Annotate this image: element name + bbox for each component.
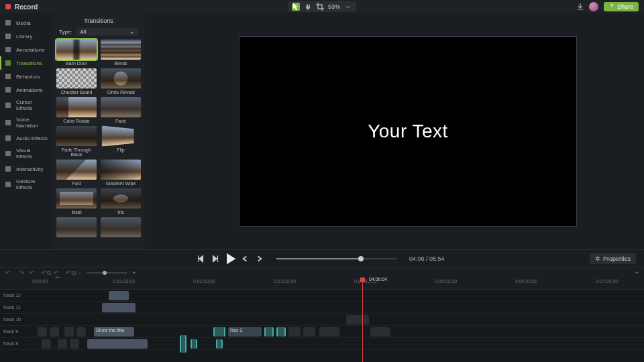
- clip[interactable]: [288, 327, 301, 337]
- transition-cube-rotate[interactable]: Cube Rotate: [56, 97, 97, 123]
- clip[interactable]: [180, 335, 186, 353]
- transition-circle-reveal[interactable]: Circle Reveal: [101, 68, 141, 95]
- next-marker-button[interactable]: [255, 254, 264, 263]
- share-button-label: Share: [617, 3, 633, 10]
- transition-checker-board[interactable]: Checker Board: [56, 68, 97, 95]
- track-10[interactable]: Track 10: [0, 314, 644, 326]
- track-8[interactable]: Track 8: [0, 338, 644, 350]
- gear-icon: ✲: [595, 255, 600, 262]
- prev-frame-button[interactable]: [196, 254, 205, 263]
- properties-button[interactable]: ✲ Properties: [590, 253, 636, 264]
- user-avatar[interactable]: [589, 2, 598, 11]
- sidebar-item-annotations[interactable]: Annotations: [0, 43, 52, 56]
- timeline-zoom-slider[interactable]: [87, 272, 127, 274]
- zoom-in-icon[interactable]: +: [132, 269, 136, 276]
- sidebar-item-audio-effects[interactable]: Audio Effects: [0, 131, 52, 145]
- add-track-button[interactable]: +: [635, 269, 639, 276]
- clip[interactable]: [42, 339, 51, 349]
- clip[interactable]: [109, 291, 129, 300]
- clip[interactable]: [264, 327, 274, 337]
- track-11[interactable]: Track 11: [0, 302, 644, 314]
- sidebar-item-voice-narration[interactable]: Voice Narration: [0, 114, 52, 131]
- clip-show-title[interactable]: Show the title: [94, 327, 134, 337]
- behaviors-icon: [4, 72, 12, 80]
- interactivity-icon: [4, 165, 12, 173]
- preview-canvas[interactable]: Your Text: [239, 36, 577, 227]
- media-icon: [4, 19, 12, 27]
- clip[interactable]: [319, 327, 339, 337]
- cut-button[interactable]: ✂: [30, 269, 36, 276]
- track-12[interactable]: Track 12: [0, 290, 644, 302]
- clip-rec2[interactable]: Rec 2: [228, 327, 262, 337]
- sidebar-item-gesture-effects[interactable]: Gesture Effects: [0, 176, 52, 193]
- step-back-button[interactable]: [211, 254, 220, 263]
- audio-effects-icon: [4, 134, 12, 142]
- sidebar-item-library[interactable]: Library: [0, 29, 52, 43]
- sidebar-item-behaviors[interactable]: Behaviors: [0, 70, 52, 83]
- canvas-zoom-value[interactable]: 53%: [328, 3, 340, 10]
- transition-inset[interactable]: Inset: [56, 188, 97, 215]
- clip[interactable]: [50, 327, 59, 337]
- download-icon[interactable]: [577, 3, 584, 10]
- transition-blinds[interactable]: Blinds: [101, 40, 141, 66]
- clip[interactable]: [216, 339, 223, 349]
- seek-handle[interactable]: [358, 256, 364, 261]
- redo-button[interactable]: [17, 269, 24, 276]
- clip[interactable]: [276, 327, 286, 337]
- hand-tool-icon[interactable]: [304, 3, 312, 11]
- asset-sidebar: Media Library Annotations Transitions Be…: [0, 13, 52, 249]
- transition-iris[interactable]: Iris: [101, 188, 141, 215]
- animations-icon: [4, 86, 12, 94]
- clip[interactable]: [87, 339, 148, 349]
- clip[interactable]: [346, 315, 369, 324]
- zoom-out-icon[interactable]: −: [78, 269, 81, 276]
- play-button[interactable]: [223, 252, 237, 265]
- sidebar-item-transitions[interactable]: Transitions: [0, 56, 52, 70]
- prev-marker-button[interactable]: [240, 254, 250, 263]
- copy-button[interactable]: ⧉: [42, 269, 48, 276]
- clip[interactable]: [213, 327, 225, 337]
- clip[interactable]: [64, 327, 74, 337]
- clip[interactable]: [76, 327, 86, 337]
- type-label: Type:: [59, 29, 72, 35]
- paste-button[interactable]: 📋: [54, 269, 60, 276]
- type-dropdown[interactable]: All ⌄: [76, 28, 138, 36]
- canvas-text-element[interactable]: Your Text: [368, 121, 448, 142]
- split-button[interactable]: ⊟: [66, 269, 72, 276]
- clip[interactable]: [370, 327, 390, 337]
- clip[interactable]: [58, 339, 67, 349]
- playhead-handle-icon[interactable]: [360, 278, 365, 282]
- clip[interactable]: [303, 327, 315, 337]
- sidebar-item-cursor-effects[interactable]: Cursor Effects: [0, 97, 52, 114]
- zoom-dropdown-icon[interactable]: [344, 3, 352, 11]
- clip[interactable]: [38, 327, 47, 337]
- timeline-ruler[interactable]: 0:00;00 0:01:00;00 0:02:00;00 0:03:00;00…: [0, 278, 644, 290]
- playhead[interactable]: 04:06:04: [362, 278, 363, 362]
- transition-flip[interactable]: Flip: [101, 126, 141, 157]
- transition-fold[interactable]: Fold: [56, 160, 97, 186]
- chevron-down-icon: ⌄: [129, 29, 134, 35]
- record-title[interactable]: Record: [15, 3, 38, 11]
- transition-more-1[interactable]: [56, 217, 97, 237]
- transition-fade-through-black[interactable]: Fade Through Black: [56, 126, 97, 157]
- transition-fade[interactable]: Fade: [101, 97, 141, 123]
- share-button[interactable]: Share: [604, 2, 639, 11]
- seek-slider[interactable]: [276, 258, 397, 259]
- select-tool-icon[interactable]: [292, 3, 300, 11]
- timeline[interactable]: 0:00;00 0:01:00;00 0:02:00;00 0:03:00;00…: [0, 278, 644, 362]
- clip[interactable]: [70, 339, 79, 349]
- transitions-panel: Transitions Type: All ⌄ Barn Door Blinds…: [52, 13, 145, 249]
- sidebar-item-media[interactable]: Media: [0, 16, 52, 29]
- sidebar-item-visual-effects[interactable]: Visual Effects: [0, 145, 52, 162]
- transition-gradient-wipe[interactable]: Gradient Wipe: [101, 160, 141, 186]
- sidebar-item-interactivity[interactable]: Interactivity: [0, 162, 52, 176]
- transition-more-2[interactable]: [101, 217, 141, 237]
- sidebar-item-animations[interactable]: Animations: [0, 83, 52, 97]
- undo-button[interactable]: [5, 269, 12, 276]
- track-9[interactable]: Track 9 Show the title Rec 2: [0, 326, 644, 338]
- clip[interactable]: [102, 303, 136, 312]
- library-icon: [4, 32, 12, 40]
- transition-barn-door[interactable]: Barn Door: [56, 40, 97, 66]
- crop-tool-icon[interactable]: [316, 3, 324, 11]
- clip[interactable]: [191, 339, 197, 349]
